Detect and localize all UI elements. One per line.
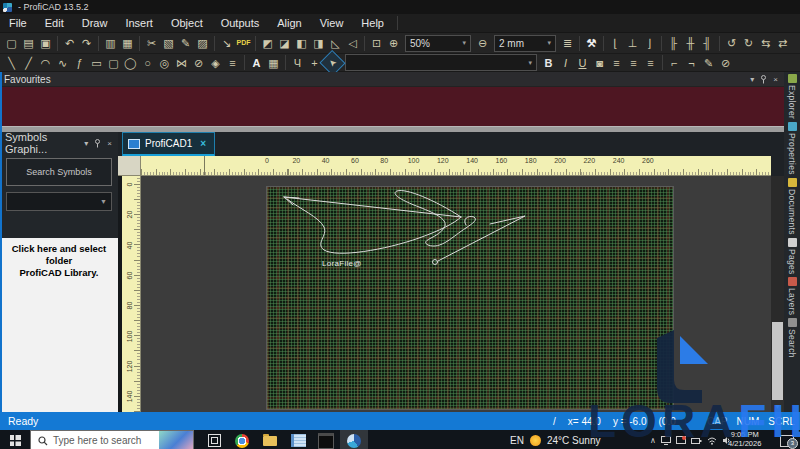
menu-item-object[interactable]: Object (162, 14, 212, 32)
rotate-right-icon[interactable]: ◧ (293, 35, 310, 51)
notes-app-button[interactable] (284, 430, 312, 449)
align-right-icon[interactable]: ⌋ (641, 35, 658, 51)
arc-tool-icon[interactable]: ◠ (37, 55, 54, 71)
symbols-folder-select[interactable]: ▼ (6, 192, 112, 211)
favourites-panel[interactable] (0, 87, 784, 126)
file-explorer-button[interactable] (256, 430, 284, 449)
terminal-button[interactable] (312, 430, 340, 449)
text-align-center-icon[interactable]: ≡ (625, 55, 642, 71)
no-symbol-icon[interactable]: ⊘ (717, 55, 734, 71)
distribute-left-icon[interactable]: ╟ (665, 35, 682, 51)
image-tool-icon[interactable]: ▦ (265, 55, 282, 71)
circle-center-tool-icon[interactable]: ◎ (156, 55, 173, 71)
sidebar-tab-pages[interactable]: Pages (787, 238, 797, 275)
bowtie-tool-icon[interactable]: ⋈ (173, 55, 190, 71)
rounded-rect-tool-icon[interactable]: ▢ (105, 55, 122, 71)
print-icon[interactable]: ▦ (119, 35, 136, 51)
redo-icon[interactable]: ↷ (78, 35, 95, 51)
menu-item-outputs[interactable]: Outputs (212, 14, 269, 32)
favourites-close-icon[interactable]: × (773, 75, 778, 84)
menu-item-file[interactable]: File (0, 14, 36, 32)
export-pdf-icon[interactable]: PDF (235, 35, 252, 51)
align-center-icon[interactable]: ⊥ (624, 35, 641, 51)
menu-item-view[interactable]: View (311, 14, 353, 32)
bold-icon[interactable]: B (540, 55, 557, 71)
print-preview-icon[interactable]: ▥ (102, 35, 119, 51)
distribute-center-icon[interactable]: ╫ (682, 35, 699, 51)
tab-close-icon[interactable]: × (200, 138, 206, 149)
play-direction-icon[interactable]: ◁ (344, 35, 361, 51)
zoom-window-icon[interactable]: ⊡ (368, 35, 385, 51)
flip-vertical-icon[interactable]: ◪ (276, 35, 293, 51)
menu-item-align[interactable]: Align (268, 14, 310, 32)
zoom-out-icon[interactable]: ⊖ (474, 35, 491, 51)
curve-tool-icon[interactable]: ∿ (54, 55, 71, 71)
battery-tray-icon[interactable] (691, 437, 702, 445)
task-view-button[interactable] (200, 430, 228, 449)
wifi-tray-icon[interactable] (707, 437, 717, 445)
flip-horizontal-icon[interactable]: ◨ (310, 35, 327, 51)
sidebar-tab-layers[interactable]: Layers (787, 277, 797, 315)
start-button[interactable] (0, 430, 30, 449)
symbols-close-icon[interactable]: × (107, 139, 112, 148)
save-icon[interactable]: ▣ (37, 35, 54, 51)
sidebar-tab-search[interactable]: Search (787, 318, 797, 358)
hatch-tool-icon[interactable]: ≡ (224, 55, 241, 71)
polygon-tool-icon[interactable]: ◈ (207, 55, 224, 71)
dimension-alt-icon[interactable]: ¬ (683, 55, 700, 71)
language-indicator[interactable]: EN (510, 430, 524, 449)
line-tool-icon[interactable]: ╲ (3, 55, 20, 71)
node-tool-icon[interactable]: Ч (289, 55, 306, 71)
underline-icon[interactable]: U (574, 55, 591, 71)
favourites-pin-icon[interactable] (760, 75, 767, 84)
library-notice[interactable]: Click here and select folder ProfiCAD Li… (0, 238, 118, 412)
chevron-down-icon[interactable]: ▾ (528, 59, 532, 67)
settings-tools-icon[interactable]: ⚒ (583, 35, 600, 51)
rotate-left-icon[interactable]: ◩ (259, 35, 276, 51)
export-image-icon[interactable]: ↘ (218, 35, 235, 51)
chevron-down-icon[interactable]: ▾ (462, 39, 466, 47)
document-tab[interactable]: ProfiCAD1 × (122, 132, 215, 156)
symbols-pin-icon[interactable] (94, 139, 101, 148)
favourites-dropdown-icon[interactable]: ▾ (750, 75, 754, 84)
symbols-dropdown-icon[interactable]: ▾ (84, 139, 88, 148)
circle-tool-icon[interactable]: ○ (139, 55, 156, 71)
weather-widget[interactable]: 24°C Sunny (530, 430, 600, 449)
tray-expand-icon[interactable]: ∧ (650, 436, 656, 445)
rotate-ccw-icon[interactable]: ↺ (723, 35, 740, 51)
copy-icon[interactable]: ▧ (160, 35, 177, 51)
search-symbols-button[interactable]: Search Symbols (6, 158, 112, 186)
taskbar-search-input[interactable]: Type here to search (30, 430, 194, 449)
sidebar-tab-explorer[interactable]: Explorer (787, 74, 797, 119)
distribute-right-icon[interactable]: ╢ (699, 35, 716, 51)
clock-widget[interactable]: 9:05 PM 4/21/2026 (728, 430, 761, 449)
menu-item-draw[interactable]: Draw (73, 14, 117, 32)
rectangle-tool-icon[interactable]: ▭ (88, 55, 105, 71)
bezier-tool-icon[interactable]: ƒ (71, 55, 88, 71)
undo-icon[interactable]: ↶ (61, 35, 78, 51)
search-highlight-image[interactable] (159, 431, 193, 449)
font-color-icon[interactable]: ◙ (591, 55, 608, 71)
grid-size-select[interactable]: 2 mm▾ (494, 35, 556, 52)
italic-icon[interactable]: I (557, 55, 574, 71)
text-tool-icon[interactable]: A (248, 55, 265, 71)
ellipse-tool-icon[interactable]: ◯ (122, 55, 139, 71)
text-align-right-icon[interactable]: ≡ (642, 55, 659, 71)
snap-grid-icon[interactable]: ≣ (559, 35, 576, 51)
sidebar-tab-properties[interactable]: Properties (787, 122, 797, 175)
rotate-swap-icon[interactable]: ⇆ (757, 35, 774, 51)
message-tray-icon[interactable] (676, 436, 686, 445)
paste-icon[interactable]: ▨ (194, 35, 211, 51)
chevron-down-icon[interactable]: ▾ (547, 39, 551, 47)
scroll-down-icon[interactable]: ▼ (771, 400, 784, 412)
mirror-icon[interactable]: ◺ (327, 35, 344, 51)
drawing-page[interactable]: LoraFile@ (267, 187, 673, 409)
slash-circle-tool-icon[interactable]: ⊘ (190, 55, 207, 71)
pencil-icon[interactable]: ✎ (700, 55, 717, 71)
sidebar-tab-documents[interactable]: Documents (787, 178, 797, 235)
cut-icon[interactable]: ✂ (143, 35, 160, 51)
chrome-button[interactable] (228, 430, 256, 449)
notification-center-button[interactable]: 3 (780, 430, 794, 449)
menu-item-help[interactable]: Help (352, 14, 393, 32)
rotate-exchange-icon[interactable]: ⇄ (774, 35, 791, 51)
